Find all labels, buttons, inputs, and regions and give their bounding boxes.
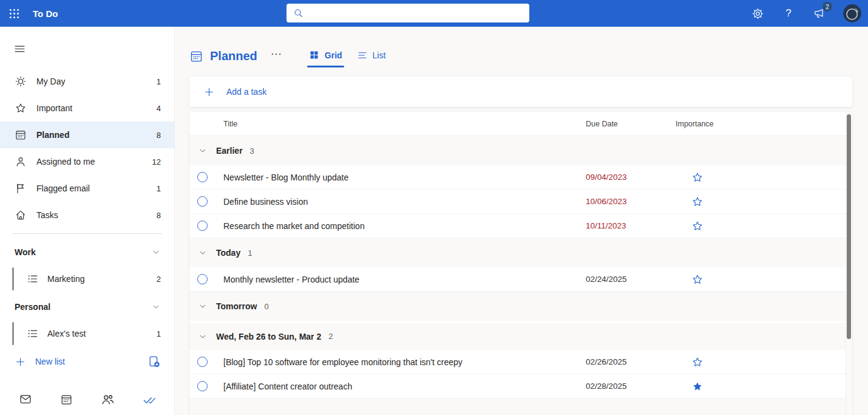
star-button-filled[interactable] <box>691 380 704 393</box>
sidebar-list-marketing[interactable]: Marketing 2 <box>0 266 174 292</box>
calendar-icon <box>60 393 73 406</box>
sidebar-item-flagged-email[interactable]: Flagged email 1 <box>0 175 174 202</box>
sidebar-item-count: 4 <box>157 104 161 113</box>
scrollbar-track[interactable] <box>846 112 852 415</box>
task-title: [Blog] Top 10 software for employee moni… <box>223 357 586 367</box>
plus-icon <box>203 86 215 98</box>
task-row[interactable]: Define business vision 10/06/2023 <box>189 190 852 214</box>
complete-task-circle[interactable] <box>197 196 208 207</box>
sidebar-item-tasks[interactable]: Tasks 8 <box>0 202 174 228</box>
app-title: To Do <box>33 9 58 19</box>
tab-list[interactable]: List <box>350 44 393 68</box>
star-button[interactable] <box>691 273 704 286</box>
sidebar-item-count: 8 <box>157 131 161 140</box>
complete-task-circle[interactable] <box>197 381 208 391</box>
list-options-button[interactable] <box>268 47 285 66</box>
tab-grid[interactable]: Grid <box>302 44 350 68</box>
person-icon <box>15 156 27 168</box>
section-header-earlier[interactable]: Earlier 3 <box>189 136 852 165</box>
chevron-down-icon <box>198 249 207 257</box>
add-task-label: Add a task <box>226 87 266 97</box>
sun-icon <box>15 75 27 87</box>
help-button[interactable] <box>781 6 796 21</box>
page-header: Planned Grid List <box>189 43 852 69</box>
create-group-button[interactable] <box>147 355 161 368</box>
search-input[interactable] <box>309 9 524 18</box>
calendar-icon <box>15 129 27 141</box>
star-button[interactable] <box>691 171 704 183</box>
section-header-week-range[interactable]: Wed, Feb 26 to Sun, Mar 2 2 <box>189 321 852 350</box>
section-name: Tomorrow <box>216 301 257 311</box>
list-lines-icon <box>357 50 367 60</box>
group-indent-bar <box>12 267 14 290</box>
sidebar-item-label: Flagged email <box>36 183 90 193</box>
group-header-personal[interactable]: Personal <box>0 293 174 320</box>
sidebar-item-assigned-to-me[interactable]: Assigned to me 12 <box>0 148 174 175</box>
section-name: Wed, Feb 26 to Sun, Mar 2 <box>216 332 321 341</box>
new-list-button[interactable]: New list <box>0 348 174 375</box>
plus-icon <box>15 356 26 368</box>
task-due-date: 02/26/2025 <box>586 357 676 366</box>
tab-label: Grid <box>325 50 342 60</box>
list-icon <box>27 328 39 340</box>
task-row[interactable]: [Blog] Top 10 software for employee moni… <box>189 350 852 374</box>
sidebar-item-important[interactable]: Important 4 <box>0 95 174 122</box>
complete-task-circle[interactable] <box>197 221 208 231</box>
column-title: Title <box>223 120 586 128</box>
mail-icon <box>19 393 32 406</box>
sidebar: My Day 1 Important 4 Planned 8 <box>0 27 175 415</box>
people-app-button[interactable] <box>100 392 115 406</box>
group-header-work[interactable]: Work <box>0 239 174 266</box>
app-launcher-button[interactable] <box>0 0 28 27</box>
star-button[interactable] <box>691 196 704 208</box>
task-row[interactable]: Monthly newsletter - Product update 02/2… <box>189 267 852 292</box>
sidebar-toggle-button[interactable] <box>6 35 33 62</box>
search-box[interactable] <box>287 4 529 22</box>
column-due-date: Due Date <box>586 120 676 128</box>
sidebar-item-my-day[interactable]: My Day 1 <box>0 68 174 95</box>
section-header-tomorrow[interactable]: Tomorrow 0 <box>189 292 852 321</box>
sidebar-item-label: Assigned to me <box>36 157 95 166</box>
star-button[interactable] <box>691 356 704 368</box>
sidebar-item-planned[interactable]: Planned 8 <box>0 122 174 148</box>
chevron-down-icon <box>151 247 161 257</box>
task-due-date: 09/04/2023 <box>586 173 676 182</box>
section-header-today[interactable]: Today 1 <box>189 238 852 267</box>
sidebar-item-label: Tasks <box>36 210 58 220</box>
complete-task-circle[interactable] <box>197 357 208 367</box>
add-task-button[interactable]: Add a task <box>189 77 852 107</box>
list-count: 1 <box>157 329 161 338</box>
waffle-icon <box>8 7 21 20</box>
list-count: 2 <box>157 275 161 284</box>
main-content: Planned Grid List <box>175 27 868 415</box>
table-header: Title Due Date Importance <box>189 112 852 136</box>
section-name: Earlier <box>216 146 243 156</box>
task-title: Newsletter - Blog Monthly update <box>223 173 586 182</box>
todo-app-button[interactable] <box>141 392 156 406</box>
sidebar-list-alexs-test[interactable]: Alex's test 1 <box>0 320 174 347</box>
task-due-date: 02/24/2025 <box>586 275 676 284</box>
flag-icon <box>15 182 27 194</box>
task-title: [Affiliate] Content creator outreach <box>223 382 586 391</box>
home-icon <box>15 209 27 221</box>
complete-task-circle[interactable] <box>197 274 208 284</box>
mail-app-button[interactable] <box>18 392 33 406</box>
grid-icon <box>309 50 319 60</box>
settings-button[interactable] <box>750 6 765 21</box>
chevron-down-icon <box>151 302 161 312</box>
calendar-app-button[interactable] <box>59 392 74 406</box>
complete-task-circle[interactable] <box>197 172 208 182</box>
task-row[interactable]: Newsletter - Blog Monthly update 09/04/2… <box>189 165 852 190</box>
feedback-button[interactable]: 2 <box>812 6 827 21</box>
task-title: Define business vision <box>223 197 586 207</box>
account-avatar[interactable] <box>843 4 861 22</box>
task-row[interactable]: Research the market and competition 10/1… <box>189 214 852 238</box>
star-icon <box>15 102 27 114</box>
star-button[interactable] <box>691 220 704 232</box>
sidebar-item-count: 1 <box>157 184 161 193</box>
task-row[interactable]: [Affiliate] Content creator outreach 02/… <box>189 374 852 399</box>
scrollbar-thumb[interactable] <box>847 114 851 339</box>
group-label: Work <box>15 247 36 257</box>
task-table: Title Due Date Importance Earlier 3 News… <box>189 112 852 415</box>
people-icon <box>101 393 115 406</box>
